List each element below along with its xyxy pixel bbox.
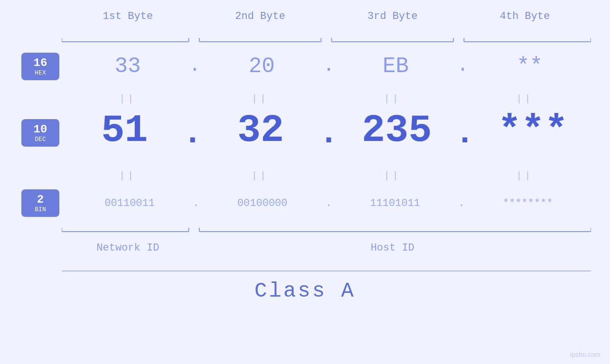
byte1-header: 1st Byte [62,10,194,22]
hex-byte3: EB [335,54,457,79]
dec-base-name: DEC [26,136,55,143]
hex-base-name: HEX [26,69,55,76]
dec-base-num: 10 [26,123,55,136]
eq2-cell1: || [62,170,194,181]
bin-label-container: 2 BIN [19,189,62,217]
dec-byte4: *** [475,112,591,150]
dec-dot1: . [183,117,203,150]
dec-byte1: 51 [66,112,183,150]
bin-byte3: 11101011 [332,197,458,209]
eq2-cell3: || [327,170,459,181]
byte4-header: 4th Byte [459,10,591,22]
bin-base-num: 2 [26,193,55,206]
watermark: ipshu.com [570,351,601,358]
dec-byte2: 32 [203,112,319,150]
bottom-bracket-svg [62,227,591,241]
hex-badge: 16 HEX [21,53,59,80]
byte2-header: 2nd Byte [194,10,327,22]
eq-row-2: || || || || [62,166,591,185]
bin-base-name: BIN [26,206,55,213]
hex-byte2: 20 [200,54,323,79]
class-label: Class A [254,279,356,303]
bin-dot3: . [458,197,464,209]
eq1-cell3: || [327,93,459,104]
class-label-container: Class A [19,279,591,303]
eq1-cell4: || [459,93,591,104]
id-labels: Network ID Host ID [62,242,591,254]
dec-byte3: 235 [339,112,455,150]
dec-row: 10 DEC 51 . 32 . 235 . *** [19,104,591,161]
hex-row: 16 HEX 33 . 20 . EB . ** [19,47,591,85]
bin-dot1: . [193,197,199,209]
main-layout: 1st Byte 2nd Byte 3rd Byte 4th Byte [0,0,610,364]
bin-byte2: 00100000 [199,197,326,209]
hex-dot1: . [189,55,200,78]
eq2-cell4: || [459,170,591,181]
byte3-header: 3rd Byte [327,10,459,22]
hex-dot3: . [457,55,469,78]
byte-headers: 1st Byte 2nd Byte 3rd Byte 4th Byte [62,10,591,22]
eq1-cell2: || [194,93,327,104]
dec-dot3: . [455,117,475,150]
network-id-label: Network ID [62,242,194,254]
dec-dot2: . [319,117,338,150]
bin-values: 00110011 . 00100000 . 11101011 . *******… [62,197,591,209]
bracket-svg [62,28,591,43]
hex-byte4: ** [469,54,591,79]
bin-byte4: ******** [465,197,591,209]
bin-byte1: 00110011 [66,197,193,209]
hex-dot2: . [323,55,334,78]
bin-row: 2 BIN 00110011 . 00100000 . 11101011 . *… [19,184,591,222]
host-id-label: Host ID [194,242,591,254]
hex-byte1: 33 [66,54,189,79]
hex-base-num: 16 [26,56,55,69]
eq1-cell1: || [62,93,194,104]
dec-values: 51 . 32 . 235 . *** [62,112,591,154]
dec-label-container: 10 DEC [19,119,62,147]
hex-values: 33 . 20 . EB . ** [62,54,591,79]
top-brackets [62,28,591,43]
bin-dot2: . [326,197,332,209]
hex-label-container: 16 HEX [19,53,62,80]
class-line [62,271,591,272]
bin-badge: 2 BIN [21,189,59,217]
dec-badge: 10 DEC [21,119,59,147]
eq2-cell2: || [194,170,327,181]
bottom-brackets [62,227,591,241]
